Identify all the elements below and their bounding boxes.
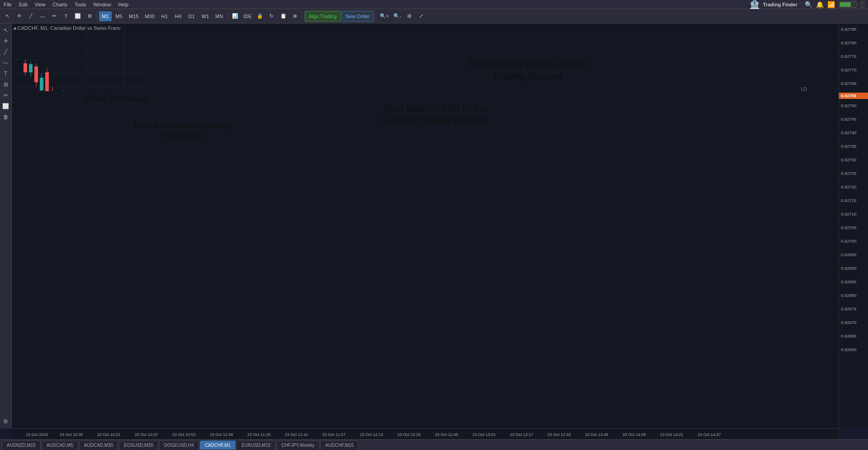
chart-symbol-label: CADCHF, M1: Canadian Dollar vs Swiss Fra… — [18, 25, 121, 31]
tf-mn[interactable]: MN — [212, 11, 226, 21]
template-btn[interactable]: 📋 — [278, 11, 289, 22]
tab-audcad-m5[interactable]: AUDCAD,M5 — [42, 441, 78, 450]
tf-d1[interactable]: D1 — [185, 11, 198, 21]
fib-tool[interactable]: ⊞ — [84, 11, 95, 22]
vtool-text[interactable]: T — [1, 69, 11, 79]
algo-trading-btn[interactable]: Algo Trading — [305, 11, 341, 22]
price-label-23: 0.62670 — [841, 320, 856, 325]
vtool-cursor[interactable]: ↖ — [1, 25, 11, 35]
line-tool[interactable]: ╱ — [25, 11, 36, 22]
search-icon[interactable]: 🔍 — [805, 1, 812, 8]
vtool-crosshair[interactable]: ✛ — [1, 36, 11, 46]
svg-rect-49 — [45, 72, 49, 91]
price-label-25: 0.62660 — [841, 347, 856, 352]
time-label-17: 23 Oct 14:21 — [660, 432, 684, 437]
price-label-13: 0.62720 — [841, 184, 856, 189]
price-label-7: 0.62750 — [841, 103, 856, 108]
tab-audchf-m15[interactable]: AUDCHF,M15 — [321, 441, 359, 450]
indicators-btn[interactable]: IDE — [241, 11, 253, 22]
price-label-12: 0.62725 — [841, 171, 856, 176]
lo-label: LO — [801, 87, 807, 92]
layout-btn[interactable]: ⊞ — [404, 11, 415, 22]
time-label-6: 23 Oct 11:25 — [247, 432, 271, 437]
tf-h4[interactable]: H4 — [172, 11, 184, 21]
time-label-10: 23 Oct 12:29 — [397, 432, 421, 437]
tab-eurusd-m15[interactable]: EURUSD,M15 — [236, 441, 275, 450]
zoom-out-btn[interactable]: 🔍- — [392, 11, 403, 22]
vtool-pencil[interactable]: ✏ — [1, 90, 11, 100]
tf-m1[interactable]: M1 — [99, 11, 112, 21]
price-label-21: 0.62680 — [841, 293, 856, 298]
maximize-btn[interactable]: ⤢ — [416, 11, 427, 22]
chart-container: ■ CADCHF, M1: Canadian Dollar vs Swiss F… — [12, 23, 839, 428]
time-label-7: 23 Oct 11:41 — [285, 432, 308, 437]
notification-icon[interactable]: 🔔 — [816, 1, 824, 8]
hline-tool[interactable]: — — [37, 11, 48, 22]
vtool-hline[interactable]: — — [1, 58, 11, 68]
pencil-tool[interactable]: ✏ — [49, 11, 60, 22]
chart-svg — [12, 23, 147, 91]
lock-btn[interactable]: 🔒 — [255, 11, 265, 22]
tf-m5[interactable]: M5 — [113, 11, 125, 21]
refresh-btn[interactable]: ↻ — [266, 11, 277, 22]
vtool-fib[interactable]: ⊞ — [1, 80, 11, 89]
menu-help[interactable]: Help — [118, 2, 129, 7]
shapes-tool[interactable]: ⬜ — [72, 11, 83, 22]
time-label-0: 23 Oct 2024 — [26, 432, 48, 437]
new-order-btn[interactable]: New Order — [342, 11, 374, 22]
svg-rect-43 — [29, 64, 33, 72]
tf-m15[interactable]: M15 — [126, 11, 141, 21]
signal-icon[interactable]: 📶 — [827, 1, 835, 8]
text-tool[interactable]: T — [61, 11, 71, 22]
tab-chfjpy-weekly[interactable]: CHFJPY,Weekly — [277, 441, 320, 450]
price-axis: 0.62785 0.62780 0.62775 0.62770 0.62765 … — [839, 23, 868, 428]
time-label-1: 23 Oct 10:05 — [60, 432, 83, 437]
annotation-ceiling: Price Ceiling of the London Trading Sess… — [468, 57, 586, 83]
chart-type-btn[interactable]: 📊 — [230, 11, 241, 22]
menu-view[interactable]: View — [35, 2, 46, 7]
tab-bar: AUDNZD,M15 AUDCAD,M5 AUDCAD,M30 EOSUSD,M… — [0, 439, 868, 450]
tf-w1[interactable]: W1 — [199, 11, 212, 21]
price-label-19: 0.62690 — [841, 266, 856, 271]
period-btn[interactable]: ⊕ — [290, 11, 301, 22]
menu-edit[interactable]: Edit — [19, 2, 28, 7]
price-label-18: 0.62695 — [841, 252, 856, 257]
menu-tools[interactable]: Tools — [75, 2, 86, 7]
tab-eosusd-m30[interactable]: EOSUSD,M30 — [119, 441, 158, 450]
svg-rect-41 — [24, 63, 27, 72]
tab-cadchf-m1[interactable]: CADCHF,M1 — [200, 441, 236, 450]
tab-dogeusd-h4[interactable]: DOGEUSD,H4 — [159, 441, 199, 450]
menu-charts[interactable]: Charts — [52, 2, 67, 7]
left-toolbar: ↖ ✛ ╱ — T ⊞ ✏ ⬜ 🗑 ⚙ — [0, 23, 12, 428]
annotation-price-decrease: Price Decrease — [84, 94, 149, 104]
vtool-delete[interactable]: 🗑 — [1, 112, 11, 122]
annotation-fvg: First Bearish FVG in the London Trading … — [382, 103, 488, 126]
menu-bar: File Edit View Charts Tools Window Help … — [0, 0, 868, 9]
tab-audcad-m30[interactable]: AUDCAD,M30 — [79, 441, 118, 450]
time-label-8: 23 Oct 11:57 — [322, 432, 346, 437]
price-label-highlighted: 0.62755 — [841, 93, 857, 98]
time-label-15: 23 Oct 13:49 — [585, 432, 609, 437]
price-label-3: 0.62775 — [841, 54, 856, 59]
zoom-in-btn[interactable]: 🔍+ — [378, 11, 391, 22]
cursor-tool[interactable]: ↖ — [2, 11, 13, 22]
time-label-9: 23 Oct 12:13 — [360, 432, 383, 437]
vtool-line[interactable]: ╱ — [1, 47, 11, 57]
price-label-1: 0.62785 — [841, 27, 856, 32]
price-label-15: 0.62710 — [841, 211, 856, 216]
vtool-settings[interactable]: ⚙ — [1, 417, 11, 427]
menu-file[interactable]: File — [4, 2, 12, 7]
svg-rect-47 — [40, 78, 43, 90]
tf-h1[interactable]: H1 — [158, 11, 171, 21]
price-label-24: 0.62665 — [841, 333, 856, 338]
vtool-shapes[interactable]: ⬜ — [1, 101, 11, 111]
crosshair-tool[interactable]: ✛ — [14, 11, 24, 22]
tf-m30[interactable]: M30 — [142, 11, 157, 21]
tab-audnzd-m15[interactable]: AUDNZD,M15 — [2, 441, 41, 450]
price-label-9: 0.62740 — [841, 130, 856, 135]
menu-window[interactable]: Window — [93, 2, 111, 7]
time-axis: 23 Oct 2024 23 Oct 10:05 23 Oct 10:21 23… — [12, 428, 839, 439]
price-label-4: 0.62770 — [841, 67, 856, 72]
price-label-16: 0.62705 — [841, 225, 856, 230]
price-label-20: 0.62685 — [841, 279, 856, 284]
